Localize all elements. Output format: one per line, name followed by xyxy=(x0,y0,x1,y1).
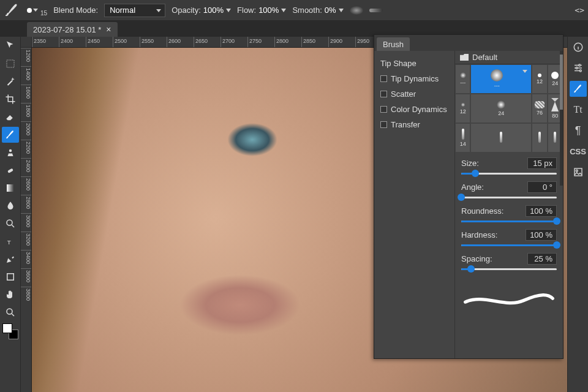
scatter-item[interactable]: Scatter xyxy=(374,86,454,102)
round-slider[interactable]: Roundness:100 % xyxy=(461,205,557,224)
brush-swatch-icon xyxy=(460,72,466,78)
flow-control[interactable]: Flow: 100% xyxy=(237,6,286,15)
smooth-label: Smooth: xyxy=(292,6,322,15)
stroke-preview-thin-icon[interactable] xyxy=(369,9,383,12)
brush-tab[interactable]: Brush xyxy=(377,37,410,51)
brush-swatch-icon xyxy=(551,72,559,79)
wand-tool[interactable] xyxy=(2,74,19,89)
presets-scrollbar[interactable] xyxy=(560,51,563,186)
blur-tool[interactable] xyxy=(2,198,19,214)
brush-preset[interactable]: 14 xyxy=(455,123,470,153)
css-panel-icon[interactable]: CSS xyxy=(570,143,587,159)
slider-track[interactable] xyxy=(461,195,557,200)
pen-tool[interactable] xyxy=(2,251,19,267)
slider-value[interactable]: 0 ° xyxy=(527,181,557,193)
brush-sliders: Size:15 pxAngle:0 °Roundness:100 %Hardne… xyxy=(455,153,563,276)
slider-label: Hardness: xyxy=(461,230,497,239)
opacity-control[interactable]: Opacity: 100% xyxy=(172,6,231,15)
shape-tool[interactable] xyxy=(2,269,19,285)
brush-panel-tabs: Brush xyxy=(374,35,563,51)
hard-slider[interactable]: Hardness:100 % xyxy=(461,229,557,247)
brush-preset[interactable]: 12 xyxy=(532,64,547,94)
angle-slider[interactable]: Angle:0 ° xyxy=(461,181,557,200)
opacity-label: Opacity: xyxy=(172,6,201,15)
color-swatch[interactable] xyxy=(2,323,18,339)
chevron-down-icon xyxy=(226,9,231,12)
close-icon[interactable]: × xyxy=(106,24,111,34)
zoom-tool[interactable] xyxy=(2,216,19,232)
tip-dynamics-item[interactable]: Tip Dynamics xyxy=(374,71,454,86)
brush-options-list: Tip Shape Tip Dynamics Scatter Color Dyn… xyxy=(374,51,455,358)
svg-rect-12 xyxy=(575,168,582,176)
heal-tool[interactable] xyxy=(2,162,19,178)
brush-swatch-icon xyxy=(491,69,503,81)
clone-tool[interactable] xyxy=(2,145,19,160)
brush-preset[interactable]: 24 xyxy=(470,94,532,123)
options-bar: 15 Blend Mode: Normal Opacity: 100% Flow… xyxy=(0,0,588,21)
brush-preset[interactable]: 76 xyxy=(532,94,547,123)
svg-point-4 xyxy=(7,220,12,225)
brush-swatch-icon xyxy=(497,100,505,109)
brush-preset[interactable]: --- xyxy=(455,64,470,94)
brush-swatch-icon xyxy=(554,132,556,143)
brush-preset[interactable] xyxy=(532,123,547,153)
zoom-tool-2[interactable] xyxy=(2,304,19,320)
checkbox-icon[interactable] xyxy=(380,106,387,113)
size-slider[interactable]: Size:15 px xyxy=(461,157,557,176)
brush-preset[interactable]: --- xyxy=(470,64,532,94)
brush-preset[interactable]: 12 xyxy=(455,94,470,123)
transfer-item[interactable]: Transfer xyxy=(374,117,454,132)
opacity-value: 100% xyxy=(203,6,224,15)
brush-panel-icon[interactable] xyxy=(570,81,587,97)
scrollbar-thumb[interactable] xyxy=(560,55,563,110)
tip-shape-item[interactable]: Tip Shape xyxy=(374,56,454,71)
slider-value[interactable]: 100 % xyxy=(526,205,557,217)
checkbox-icon[interactable] xyxy=(380,75,387,82)
brush-panel: Brush Tip Shape Tip Dynamics Scatter Col… xyxy=(374,34,564,359)
slider-track[interactable] xyxy=(461,219,557,224)
brush-tool[interactable] xyxy=(2,127,19,143)
hand-tool[interactable] xyxy=(2,287,19,303)
eraser-tool[interactable] xyxy=(2,109,19,125)
document-tab[interactable]: 2023-07-28 15.01 * × xyxy=(27,22,118,37)
svg-point-9 xyxy=(578,64,580,66)
sliders-panel-icon[interactable] xyxy=(570,60,587,76)
slider-track[interactable] xyxy=(461,243,557,247)
slider-label: Roundness: xyxy=(461,206,503,216)
type-tool[interactable]: T xyxy=(2,233,19,249)
slider-track[interactable] xyxy=(461,171,557,176)
slider-value[interactable]: 25 % xyxy=(527,253,557,265)
image-panel-icon[interactable] xyxy=(570,164,587,180)
slider-track[interactable] xyxy=(461,266,557,271)
color-dynamics-item[interactable]: Color Dynamics xyxy=(374,102,454,117)
brush-preset[interactable] xyxy=(470,123,532,153)
brush-size-indicator[interactable] xyxy=(27,8,38,13)
crop-tool[interactable] xyxy=(2,91,19,107)
document-tab-title: 2023-07-28 15.01 * xyxy=(33,25,101,34)
embed-icon[interactable]: <> xyxy=(575,6,584,15)
slider-value[interactable]: 15 px xyxy=(527,157,557,169)
paragraph-panel-icon[interactable]: ¶ xyxy=(570,123,587,138)
move-tool[interactable] xyxy=(2,38,19,54)
brush-presets-grid: --- --- 12 24 12 24 76 80 14 xyxy=(455,64,563,153)
ruler-vertical[interactable]: 1200140016001800200022002400260028003000… xyxy=(21,48,32,392)
marquee-tool[interactable] xyxy=(2,56,19,72)
checkbox-icon[interactable] xyxy=(380,121,387,128)
smooth-control[interactable]: Smooth: 0% xyxy=(292,6,343,15)
svg-point-10 xyxy=(576,67,578,69)
svg-point-1 xyxy=(9,149,12,153)
checkbox-icon[interactable] xyxy=(380,91,387,97)
slider-label: Angle: xyxy=(461,183,484,192)
fg-color[interactable] xyxy=(2,323,12,333)
slider-value[interactable]: 100 % xyxy=(526,229,557,241)
stroke-preview xyxy=(460,280,558,319)
blend-mode-select[interactable]: Normal xyxy=(104,4,165,17)
spacing-slider[interactable]: Spacing:25 % xyxy=(461,253,557,271)
brush-swatch-icon xyxy=(551,98,559,111)
stroke-preview-soft-icon[interactable] xyxy=(350,6,363,15)
folder-icon xyxy=(460,54,469,61)
type-panel-icon[interactable]: Tt xyxy=(570,102,587,118)
gradient-tool[interactable] xyxy=(2,180,19,196)
preset-group-bar[interactable]: Default xyxy=(455,51,563,64)
info-panel-icon[interactable] xyxy=(570,39,587,55)
